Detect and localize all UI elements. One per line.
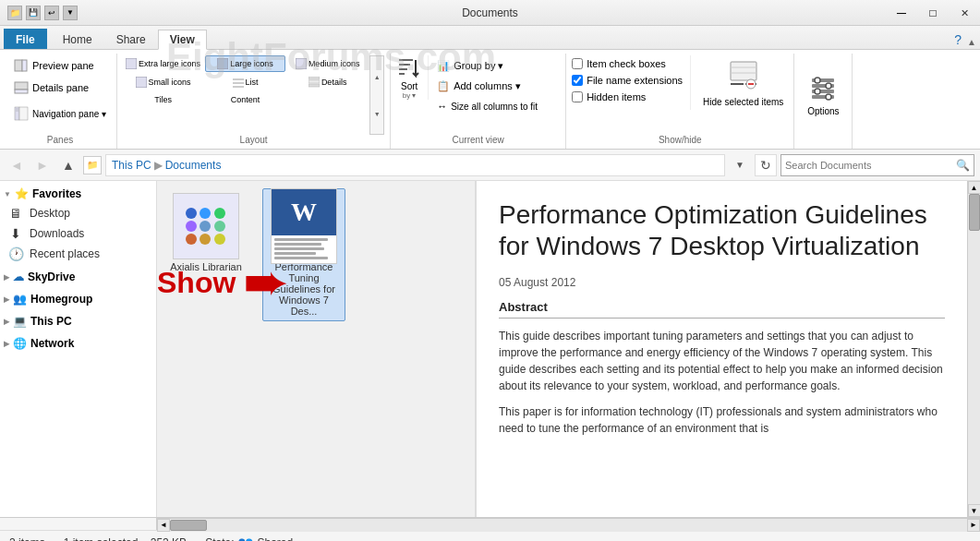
sidebar-item-recent-places[interactable]: 🕐 Recent places [0,244,156,264]
add-columns-btn[interactable]: 📋 Add columns ▾ [432,78,542,95]
hscroll-left-btn[interactable]: ◄ [157,519,170,532]
scroll-down-btn[interactable]: ▼ [968,504,981,517]
sidebar-item-desktop-label: Desktop [30,207,70,220]
hide-selected-icon [724,55,763,94]
recent-places-icon: 🕐 [7,246,24,261]
details-btn[interactable]: Details [287,74,368,90]
current-view-content: Sort by ▾ 📊 Group by ▾ 📋 Add columns ▾ ↔… [396,55,560,135]
details-pane-btn[interactable]: Details pane [9,78,93,98]
hidden-items-checkbox[interactable] [572,91,583,102]
undo-btn[interactable]: ↩ [44,6,59,20]
minimize-ribbon-icon[interactable]: ▲ [967,37,976,47]
quick-access-btn[interactable]: 💾 [26,6,41,20]
minimize-btn[interactable]: ─ [886,0,917,26]
hscroll-right-btn[interactable]: ► [967,519,980,532]
group-by-btn[interactable]: 📊 Group by ▾ [432,57,542,75]
hscroll-thumb[interactable] [170,520,207,531]
small-icons-btn[interactable]: Small icons [123,74,203,90]
dropdown-nav-btn[interactable]: ▼ [729,154,751,176]
search-icon[interactable]: 🔍 [956,159,970,172]
preview-pane-btn[interactable]: Preview pane [9,55,99,76]
sidebar-homegroup-section: ▶ 👥 Homegroup [0,290,156,308]
status-shared: State: 👥 Shared [205,535,293,542]
large-icons-btn[interactable]: Large icons [205,55,285,72]
extra-large-icons-btn[interactable]: Extra large icons [123,55,203,72]
tab-view[interactable]: View [158,30,207,50]
content-btn[interactable]: Content [205,92,285,107]
word-icon: W [271,193,337,259]
sidebar-item-recent-label: Recent places [30,247,100,260]
sidebar-network-header[interactable]: ▶ 🌐 Network [0,334,156,353]
svg-point-36 [826,94,831,100]
sidebar-this-pc-header[interactable]: ▶ 💻 This PC [0,312,156,331]
sort-icon [396,55,422,81]
system-icon[interactable]: 📁 [7,6,22,20]
scroll-up-btn[interactable]: ▲ [968,181,981,194]
refresh-btn[interactable]: ↻ [755,154,777,176]
tab-share[interactable]: Share [104,29,158,49]
layout-scroll-btn[interactable]: ▲ ▼ [369,55,384,135]
breadcrumb-this-pc[interactable]: This PC [112,159,151,172]
network-label: Network [30,337,74,350]
skydrive-triangle: ▶ [4,273,9,282]
search-input[interactable] [785,160,956,171]
item-count: 2 items [9,536,45,542]
sidebar-homegroup-header[interactable]: ▶ 👥 Homegroup [0,290,156,308]
preview-pane-icon [14,58,29,73]
sidebar-this-pc-section: ▶ 💻 This PC [0,312,156,331]
options-btn[interactable]: Options [800,70,846,121]
sidebar-favorites-header[interactable]: ▼ ⭐ Favorites [0,185,156,203]
help-icon[interactable]: ? [954,32,962,47]
list-btn[interactable]: List [205,74,285,90]
file-name-extensions-checkbox[interactable] [572,75,583,86]
file-name-extensions-label: File name extensions [587,75,683,86]
search-box: 🔍 [780,154,974,176]
size-all-columns-btn[interactable]: ↔ Size all columns to fit [432,98,542,114]
file-item-word[interactable]: W Performance Tuning Guidelines for Wind… [262,188,345,321]
scroll-thumb[interactable] [969,194,980,231]
file-list-area: Axialis Librarian W [157,181,476,517]
svg-rect-17 [309,84,320,87]
back-btn[interactable]: ◄ [6,154,28,176]
recent-locations-icon: 📁 [87,160,98,170]
sidebar-item-downloads[interactable]: ⬇ Downloads [0,223,156,244]
hscroll-track[interactable] [170,519,967,532]
sidebar-network-section: ▶ 🌐 Network [0,334,156,353]
vertical-scrollbar[interactable]: ▲ ▼ [967,181,980,517]
maximize-btn[interactable]: □ [917,0,949,26]
svg-point-34 [826,83,831,89]
window-controls: ─ □ ✕ [886,0,980,26]
shared-icon: 👥 [237,535,253,542]
svg-rect-15 [309,77,320,79]
preview-area-wrapper: Performance Optimization Guidelines for … [476,181,980,517]
medium-icons-btn[interactable]: Medium icons [287,55,368,72]
tiles-btn[interactable]: Tiles [123,92,203,107]
axialis-icon [173,193,239,259]
recent-locations-btn[interactable]: 📁 [83,156,102,174]
sort-section: Sort by ▾ [396,55,429,100]
details-pane-icon [14,80,29,95]
this-pc-label: This PC [30,315,72,328]
item-check-boxes-checkbox[interactable] [572,58,583,69]
sidebar-item-desktop[interactable]: 🖥 Desktop [0,203,156,223]
tab-file[interactable]: File [4,29,47,49]
hide-selected-btn[interactable]: Hide selected items [698,94,788,110]
file-item-axialis[interactable]: Axialis Librarian [164,188,248,321]
breadcrumb-documents[interactable]: Documents [165,159,222,172]
dropdown-btn[interactable]: ▼ [63,6,78,20]
navigation-pane-btn[interactable]: Navigation pane ▾ [9,103,111,124]
scroll-down-icon: ▼ [374,111,381,117]
state-label: State: [205,536,234,542]
close-btn[interactable]: ✕ [949,0,980,26]
axialis-label: Axialis Librarian [170,261,242,272]
ribbon-group-options: Options [794,54,853,149]
scroll-track[interactable] [968,194,981,504]
up-btn[interactable]: ▲ [57,154,79,176]
tab-home[interactable]: Home [51,29,104,49]
homegroup-label: Homegroup [30,293,92,306]
svg-rect-2 [15,82,28,90]
sidebar-skydrive-header[interactable]: ▶ ☁ SkyDrive [0,268,156,286]
this-pc-triangle: ▶ [4,318,9,326]
horiz-scroll-bar: ◄ ► [0,517,980,530]
forward-btn[interactable]: ► [31,154,54,176]
